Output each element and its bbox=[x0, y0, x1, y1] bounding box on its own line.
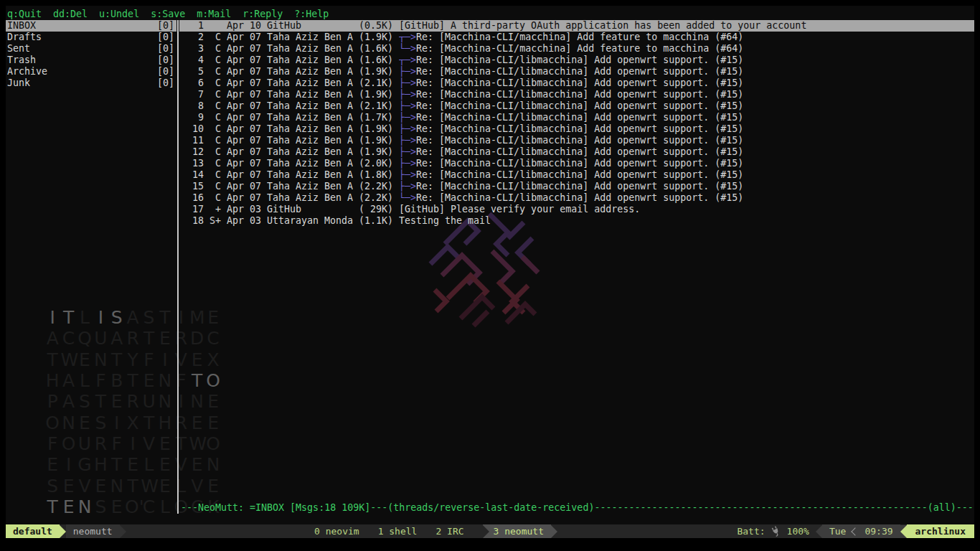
wordclock-letter: I bbox=[173, 307, 189, 328]
mail-row[interactable]: 18S+Apr 03Uttarayan Monda(1.1K)Testing t… bbox=[179, 215, 974, 227]
mail-size: (1.6K) bbox=[359, 55, 393, 66]
mail-index: 15 bbox=[181, 181, 204, 192]
mail-subject-wrap: ├─>Re: [Macchina-CLI/libmacchina] Add op… bbox=[399, 181, 974, 192]
mail-row[interactable]: 10CApr 07Taha Aziz Ben A(1.9K)├─>Re: [Ma… bbox=[179, 123, 974, 135]
mail-row[interactable]: 15CApr 07Taha Aziz Ben A(2.2K)├─>Re: [Ma… bbox=[179, 181, 974, 192]
wordclock-letter: E bbox=[93, 476, 108, 496]
wordclock-letter: I bbox=[44, 307, 60, 328]
day-of-week: Tue bbox=[829, 526, 846, 537]
power-plug-icon bbox=[768, 524, 783, 538]
wordclock-letter: E bbox=[205, 307, 221, 328]
mailbox-name: Sent bbox=[7, 43, 30, 55]
mail-index: 13 bbox=[181, 158, 204, 169]
wordclock-letter: E bbox=[189, 349, 205, 370]
mail-row[interactable]: 7CApr 07Taha Aziz Ben A(1.9K)├─>Re: [Mac… bbox=[179, 89, 974, 100]
mail-size: (1.8K) bbox=[359, 169, 393, 181]
mail-subject: Testing the mail bbox=[399, 215, 491, 226]
thread-tree-icon: ├─> bbox=[399, 135, 416, 146]
mail-row[interactable]: 14CApr 07Taha Aziz Ben A(1.8K)├─>Re: [Ma… bbox=[179, 169, 974, 181]
mail-row[interactable]: 16CApr 07Taha Aziz Ben A(2.2K)└─>Re: [Ma… bbox=[179, 192, 974, 204]
wordclock-letter: A bbox=[44, 328, 60, 349]
wordclock-letter: I bbox=[125, 433, 141, 454]
mail-sender: Taha Aziz Ben A bbox=[267, 77, 353, 89]
tmux-window[interactable]: 0 neovim bbox=[314, 526, 359, 537]
help-item: u:Undel bbox=[99, 9, 139, 19]
mail-flags: C bbox=[209, 169, 221, 181]
mail-row[interactable]: 4CApr 07Taha Aziz Ben A(1.6K)┬─>Re: [Mac… bbox=[179, 55, 974, 66]
wordclock-row: FOURFIVETWO bbox=[44, 433, 221, 454]
powerline-arrow-icon bbox=[60, 525, 66, 538]
mailbox-count: [0] bbox=[157, 43, 174, 55]
mail-row[interactable]: 12CApr 07Taha Aziz Ben A(1.9K)├─>Re: [Ma… bbox=[179, 146, 974, 158]
tmux-window-active[interactable]: 3 neomutt bbox=[483, 524, 551, 538]
wordclock-letter: R bbox=[93, 433, 108, 454]
help-bar: q:Quitdd:Delu:Undels:Savem:Mailr:Reply?:… bbox=[7, 9, 340, 20]
wordclock-letter: H bbox=[157, 413, 173, 433]
wordclock-letter: E bbox=[205, 476, 221, 496]
thread-tree-icon: ├─> bbox=[399, 158, 416, 169]
wordclock-letter: D bbox=[189, 328, 205, 349]
mail-row[interactable]: 8CApr 07Taha Aziz Ben A(2.1K)├─>Re: [Mac… bbox=[179, 100, 974, 112]
mail-row[interactable]: 13CApr 07Taha Aziz Ben A(2.0K)├─>Re: [Ma… bbox=[179, 158, 974, 169]
wordclock-letter: S bbox=[44, 476, 60, 496]
tmux-datetime-segment: Tue 09:39 bbox=[822, 524, 900, 538]
mail-subject-wrap: ├─>Re: [Macchina-CLI/libmacchina] Add op… bbox=[399, 158, 974, 169]
wordclock-letter: H bbox=[93, 454, 108, 475]
tmux-window[interactable]: 1 shell bbox=[378, 526, 418, 537]
wordclock-letter: V bbox=[173, 454, 189, 475]
wordclock-letter: T bbox=[141, 328, 156, 349]
mail-subject-wrap: [GitHub] Please verify your email addres… bbox=[399, 204, 974, 215]
mail-row[interactable]: 9CApr 07Taha Aziz Ben A(1.7K)├─>Re: [Mac… bbox=[179, 112, 974, 123]
wordclock-letter: N bbox=[93, 349, 108, 370]
tmux-session-segment[interactable]: default bbox=[6, 524, 60, 538]
wordclock-letter: E bbox=[109, 391, 125, 412]
thread-tree-icon: ┬─> bbox=[399, 32, 416, 42]
wordclock-row: TWENTYFIVEX bbox=[44, 349, 221, 370]
mail-size: (2.2K) bbox=[359, 181, 393, 192]
wordclock-letter: R bbox=[173, 328, 189, 349]
mailbox-count: [0] bbox=[157, 66, 174, 77]
sidebar-item-drafts[interactable]: Drafts[0] bbox=[6, 32, 176, 43]
sidebar-divider bbox=[177, 20, 179, 514]
mail-subject-wrap: ├─>Re: [Macchina-CLI/libmacchina] Add op… bbox=[399, 66, 974, 77]
wordclock-letter: P bbox=[44, 391, 60, 412]
mail-row[interactable]: 11CApr 07Taha Aziz Ben A(1.9K)├─>Re: [Ma… bbox=[179, 135, 974, 146]
wordclock-letter: T bbox=[93, 391, 108, 412]
mail-subject: Re: [Macchina-CLI/libmacchina] Add openw… bbox=[416, 192, 743, 203]
powerline-arrow-icon bbox=[900, 525, 907, 538]
mail-row[interactable]: 3CApr 07Taha Aziz Ben A(1.6K)└─>Re: [Mac… bbox=[179, 43, 974, 55]
mail-row[interactable]: 5CApr 07Taha Aziz Ben A(1.9K)├─>Re: [Mac… bbox=[179, 66, 974, 77]
mail-subject-wrap: ┬─>Re: [Macchina-CLI/libmacchina] Add op… bbox=[399, 55, 974, 66]
mail-row[interactable]: 1Apr 10GitHub(0.5K)[GitHub] A third-part… bbox=[179, 20, 974, 32]
sidebar-item-trash[interactable]: Trash[0] bbox=[6, 55, 176, 66]
help-item: ?:Help bbox=[294, 9, 329, 19]
tmux-window[interactable]: 2 IRC bbox=[435, 526, 463, 537]
mail-size: (1.9K) bbox=[359, 89, 393, 100]
wordclock-letter: O bbox=[205, 370, 221, 391]
sidebar-item-sent[interactable]: Sent[0] bbox=[6, 43, 176, 55]
mail-date: Apr 07 bbox=[227, 192, 261, 204]
sidebar-item-junk[interactable]: Junk[0] bbox=[6, 77, 176, 89]
mail-date: Apr 07 bbox=[227, 181, 261, 192]
mail-sender: Taha Aziz Ben A bbox=[267, 158, 353, 169]
wordclock-letter: A bbox=[60, 370, 76, 391]
wordclock-letter: E bbox=[189, 413, 205, 433]
mail-row[interactable]: 6CApr 07Taha Aziz Ben A(2.1K)├─>Re: [Mac… bbox=[179, 77, 974, 89]
sidebar-item-archive[interactable]: Archive[0] bbox=[6, 66, 176, 77]
mail-sender: Taha Aziz Ben A bbox=[267, 66, 353, 77]
mail-row[interactable]: 2CApr 07Taha Aziz Ben A(1.9K)┬─>Re: [Mac… bbox=[179, 32, 974, 43]
mail-subject-wrap: ├─>Re: [Macchina-CLI/libmacchina] Add op… bbox=[399, 123, 974, 135]
mail-size: (2.1K) bbox=[359, 100, 393, 112]
mail-row[interactable]: 17+Apr 03GitHub( 29K)[GitHub] Please ver… bbox=[179, 204, 974, 215]
sidebar-item-inbox[interactable]: INBOX[0] bbox=[6, 20, 176, 32]
wordclock-letter: T bbox=[109, 349, 125, 370]
mail-subject-wrap: ├─>Re: [Macchina-CLI/libmacchina] Add op… bbox=[399, 135, 974, 146]
wordclock-letter: I bbox=[157, 349, 173, 370]
mail-sender: GitHub bbox=[267, 204, 353, 215]
wordclock-row: SEVENTWELVE bbox=[44, 475, 221, 496]
mail-sender: Taha Aziz Ben A bbox=[267, 146, 353, 158]
mail-size: (2.0K) bbox=[359, 158, 393, 169]
mailbox-count: [0] bbox=[157, 77, 174, 89]
mail-sender: Taha Aziz Ben A bbox=[267, 181, 353, 192]
mail-subject: Re: [Macchina-CLI/libmacchina] Add openw… bbox=[416, 158, 743, 169]
